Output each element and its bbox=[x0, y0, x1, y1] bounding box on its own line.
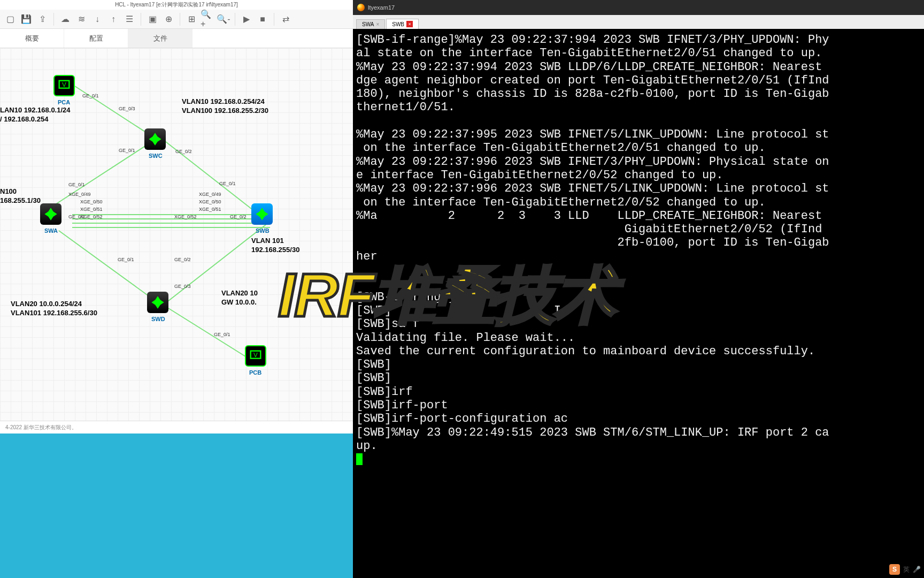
footer: 4-2022 新华三技术有限公司。 bbox=[0, 421, 353, 434]
tab-summary[interactable]: 概要 bbox=[0, 29, 64, 48]
port-label: XGE_0/52 bbox=[174, 214, 197, 219]
list-icon[interactable]: ☰ bbox=[122, 12, 136, 26]
separator bbox=[235, 13, 235, 26]
close-icon[interactable]: × bbox=[406, 21, 413, 27]
vlan-label-3: N100 168.255.1/30 bbox=[0, 187, 41, 206]
separator bbox=[53, 13, 54, 26]
tab-label: SWB bbox=[392, 21, 404, 27]
export-icon[interactable]: ⇪ bbox=[35, 12, 49, 26]
svg-text:V: V bbox=[62, 81, 66, 88]
port-label: GE_0/1 bbox=[118, 257, 134, 262]
tab-label: SWA bbox=[362, 21, 374, 27]
terminal-titlebar: ltyexam17 bbox=[353, 0, 924, 15]
separator bbox=[180, 13, 180, 26]
svg-text:V: V bbox=[253, 351, 258, 358]
port-label: GE_0/3 bbox=[119, 106, 135, 111]
link bbox=[72, 227, 270, 228]
node-swa-label: SWA bbox=[44, 227, 58, 234]
topology-canvas[interactable]: V PCA SWC SWA SWB SWD V PCB LAN10 192.16… bbox=[0, 48, 353, 421]
separator bbox=[141, 13, 141, 26]
port-label: XGE_0/52 bbox=[80, 214, 103, 219]
ime-indicator[interactable]: S 英 🎤 bbox=[889, 564, 921, 575]
ime-mic-icon: 🎤 bbox=[913, 566, 921, 573]
node-swc-label: SWC bbox=[149, 153, 163, 159]
link bbox=[72, 223, 270, 224]
cloud-down-icon[interactable]: ☁ bbox=[58, 12, 72, 26]
tab-file[interactable]: 文件 bbox=[128, 29, 192, 48]
vlan-label-5: VLAN20 10.0.0.254/24 VLAN101 192.168.255… bbox=[11, 300, 97, 318]
link-icon[interactable]: ⇄ bbox=[279, 12, 292, 26]
port-label: GE_0/1 bbox=[219, 181, 236, 186]
ime-lang: 英 bbox=[903, 565, 910, 574]
globe-icon[interactable]: ⊕ bbox=[161, 12, 175, 26]
port-label: XGE_0/50 bbox=[80, 199, 103, 204]
terminal-app-icon bbox=[357, 4, 365, 11]
window-title: HCL - ltyexam17 [e:计网学期2\实验17 irf\ltyexa… bbox=[0, 0, 353, 10]
port-label: GE_0/1 bbox=[119, 148, 135, 153]
overlay-title: IRF堆叠技术 bbox=[278, 254, 615, 337]
zoom-out-icon[interactable]: 🔍- bbox=[217, 12, 230, 26]
new-icon[interactable]: ▢ bbox=[3, 12, 17, 26]
port-label: XGE_0/51 bbox=[199, 207, 221, 212]
link bbox=[168, 308, 248, 358]
node-pca-label: PCA bbox=[58, 99, 70, 105]
node-pcb[interactable]: V bbox=[245, 345, 266, 367]
port-label: GE_0/2 bbox=[175, 149, 192, 154]
layers-icon[interactable]: ≋ bbox=[74, 12, 88, 26]
vlan-label-2: VLAN10 192.168.0.254/24 VLAN100 192.168.… bbox=[182, 97, 268, 116]
port-label: GE_0/1 bbox=[82, 93, 99, 98]
node-swc[interactable] bbox=[144, 128, 166, 150]
port-label: GE_0/3 bbox=[174, 284, 191, 289]
close-icon[interactable]: × bbox=[376, 21, 379, 27]
port-label: GE_0/1 bbox=[68, 182, 85, 187]
node-pca[interactable]: V bbox=[53, 75, 75, 96]
save-icon[interactable]: 💾 bbox=[19, 12, 33, 26]
separator bbox=[274, 13, 274, 26]
terminal-tab-swb[interactable]: SWB × bbox=[386, 19, 419, 29]
vlan-label-4: VLAN 101 192.168.255/30 bbox=[251, 237, 299, 255]
node-pcb-label: PCB bbox=[249, 369, 261, 376]
zoom-in-icon[interactable]: 🔍+ bbox=[201, 12, 214, 26]
play-icon[interactable]: ▶ bbox=[240, 12, 253, 26]
node-swb[interactable] bbox=[251, 203, 273, 225]
port-label: GE_0/1 bbox=[214, 332, 230, 337]
vlan-label-6: VLAN20 10 GW 10.0.0. bbox=[221, 289, 258, 307]
toolbar: ▢ 💾 ⇪ ☁ ≋ ↓ ↑ ☰ ▣ ⊕ ⊞ 🔍+ 🔍- ▶ ■ ⇄ bbox=[0, 10, 353, 29]
port-label: GE_0/2 bbox=[174, 257, 191, 262]
simulator-pane: HCL - ltyexam17 [e:计网学期2\实验17 irf\ltyexa… bbox=[0, 0, 353, 434]
port-label: XGE_0/49 bbox=[199, 192, 221, 197]
ime-icon: S bbox=[889, 564, 900, 575]
tab-config[interactable]: 配置 bbox=[64, 29, 128, 48]
port-label: GE_0/2 bbox=[230, 214, 247, 219]
stop-icon[interactable]: ■ bbox=[256, 12, 270, 26]
node-swd[interactable] bbox=[147, 292, 168, 313]
terminal-tab-swa[interactable]: SWA × bbox=[356, 19, 385, 29]
link bbox=[58, 230, 160, 305]
node-swa[interactable] bbox=[40, 203, 61, 225]
grid-icon[interactable]: ⊞ bbox=[184, 12, 198, 26]
port-label: XGE_0/49 bbox=[68, 192, 91, 197]
image-icon[interactable]: ▣ bbox=[145, 12, 159, 26]
upload-icon[interactable]: ↑ bbox=[106, 12, 120, 26]
tab-bar: 概要 配置 文件 bbox=[0, 29, 353, 48]
port-label: XGE_0/51 bbox=[80, 207, 103, 212]
port-label: XGE_0/50 bbox=[199, 199, 221, 204]
download-icon[interactable]: ↓ bbox=[90, 12, 104, 26]
node-swb-label: SWB bbox=[256, 227, 270, 234]
vlan-label-1: LAN10 192.168.0.1/24 / 192.168.0.254 bbox=[0, 106, 71, 124]
node-swd-label: SWD bbox=[151, 316, 165, 322]
terminal-tabs: SWA × SWB × bbox=[353, 15, 924, 29]
terminal-title-text: ltyexam17 bbox=[368, 4, 395, 11]
